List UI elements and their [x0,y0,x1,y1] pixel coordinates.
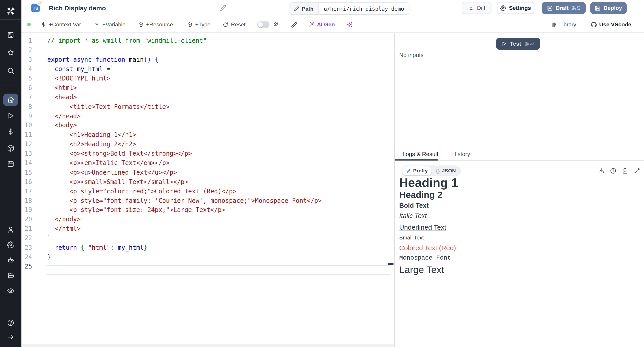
line-number: 5 [22,75,32,82]
info-icon[interactable] [610,167,616,174]
toolbar-format-code[interactable] [291,21,297,28]
code-editor[interactable]: 1// import * as wmill from "windmill-cli… [22,33,394,347]
sidebar-item-folders[interactable] [0,269,22,282]
code-text: return { "html": my_html} [32,244,147,251]
view-toggle: Pretty {} JSON [401,165,461,176]
toolbar-add-context-var[interactable]: +Context Var [41,22,81,28]
code-line-7: 7 <head> [22,92,394,102]
test-shortcut: ⌘↵ [524,40,535,47]
line-number: 2 [22,46,32,54]
line-number: 19 [22,206,32,214]
sidebar-item-variables[interactable] [0,125,22,138]
path-value[interactable]: u/henri/rich_display_demo [319,3,409,14]
sidebar-item-schedules[interactable] [0,157,22,170]
diff-label: Diff [477,5,485,11]
test-label: Test [510,41,521,47]
code-text: <p><em>Italic Text</em></p> [32,160,170,167]
toolbar-add-type[interactable]: +Type [187,22,210,28]
code-line-14: 14 <p><em>Italic Text</em></p> [22,158,394,168]
sidebar-item-audit[interactable] [0,284,22,297]
draft-label: Draft [556,5,569,11]
toolbar-ai-gen[interactable]: AI Gen [309,22,335,28]
ai-gen-label: AI Gen [317,22,335,28]
result-bold-text: Bold Text [399,200,637,210]
editor-bottom-edge [22,344,394,347]
code-text: <p style="color: red;">Colored Text (Red… [32,188,236,195]
clipboard-copy-icon[interactable] [622,167,628,174]
sidebar-item-windmill-logo[interactable] [0,4,22,18]
code-line-18: 18 <p style="font-family: 'Courier New',… [22,196,394,205]
edit-title-pencil-icon[interactable] [220,5,226,11]
draft-shortcut: ⌘S [572,5,580,11]
emoji-avatar-icon [37,0,42,5]
sidebar-item-resources[interactable] [0,142,22,155]
result-h1-text: Heading 1 [399,176,637,189]
page-title: Rich Display demo [49,0,106,16]
tab-logs-result[interactable]: Logs & Result [402,149,438,160]
toolbar-multiplayer[interactable] [272,21,279,28]
sidebar-item-favorites[interactable] [0,46,22,59]
sidebar-divider [0,19,22,20]
code-text: <p><u>Underlined Text</u></p> [32,169,177,176]
code-line-19: 19 <p style="font-size: 24px;">Large Tex… [22,205,394,215]
code-line-8: 8 <title>Text Formats</title> [22,102,394,111]
eye-icon [7,287,14,294]
settings-label: Settings [509,5,531,11]
script-path-field[interactable]: Path u/henri/rich_display_demo [289,2,410,15]
play-icon [502,41,507,46]
sidebar-item-help[interactable] [0,316,22,329]
toolbar-use-vscode[interactable]: Use VScode [591,22,631,28]
gear-icon [7,241,14,248]
view-pretty-option[interactable]: Pretty [402,166,432,175]
code-line-6: 6 <html> [22,83,394,92]
toolbar-library[interactable]: Library [551,22,576,28]
diff-button[interactable]: Diff [462,2,492,14]
settings-button[interactable]: Settings [497,2,534,14]
sidebar-item-workspace[interactable] [0,28,22,42]
use-vscode-label: Use VScode [599,22,631,28]
toolbar-add-variable[interactable]: +Variable [94,22,126,28]
sidebar-item-home[interactable] [0,93,22,106]
test-button[interactable]: Test ⌘↵ [496,38,540,50]
code-line-13: 13 <p><strong>Bold Text</strong></p> [22,149,394,158]
line-number: 1 [22,37,32,44]
ai-sparkles-icon [346,21,353,28]
line-number: 25 [22,263,32,270]
deploy-button[interactable]: Deploy [590,2,626,14]
tab-history[interactable]: History [452,149,470,160]
add-variable-icon [94,22,100,27]
code-line-15: 15 <p><u>Underlined Text</u></p> [22,168,394,177]
pretty-label: Pretty [413,168,428,174]
result-toolbar: Pretty {} JSON [401,165,640,176]
arrow-right-icon [7,333,14,341]
download-icon[interactable] [598,167,604,174]
draft-button[interactable]: Draft ⌘S [542,2,586,14]
library-label: Library [559,22,576,28]
expand-view-icon[interactable] [634,167,640,174]
view-json-option[interactable]: {} JSON [432,166,460,175]
sidebar-item-search[interactable] [0,64,22,77]
status-dot [27,22,31,26]
code-text: <head> [32,94,77,101]
add-context-var-icon [41,22,46,27]
line-number: 18 [22,197,32,204]
sidebar-item-settings[interactable] [0,238,22,251]
sidebar-item-expand[interactable] [0,331,22,344]
windmill-icon [5,6,16,16]
code-text: </head> [32,112,80,120]
toolbar-add-resource[interactable]: +Resource [138,22,173,28]
line-number: 13 [22,150,32,158]
sidebar-item-workers[interactable] [0,254,22,267]
code-line-20: 20 </body> [22,215,394,224]
toolbar-reset[interactable]: Reset [223,22,246,28]
toolbar-multiplayer-toggle[interactable] [257,21,269,28]
sidebar-item-runs[interactable] [0,109,22,122]
line-number: 9 [22,112,32,120]
line-number: 16 [22,178,32,186]
code-text: <p><small>Small Text</small></p> [32,178,188,186]
sidebar-item-users[interactable] [0,223,22,236]
code-text: </html> [32,225,80,232]
result-tabs: Logs & Result History [395,149,644,160]
no-inputs-text: No inputs [399,52,424,58]
toolbar-ai-sparkles[interactable] [346,21,353,28]
